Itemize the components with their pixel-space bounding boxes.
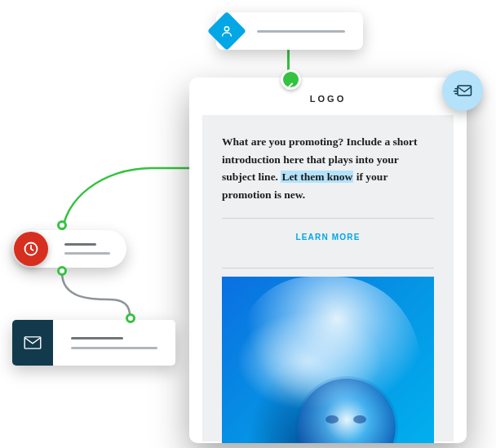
- placeholder-lines: [71, 337, 157, 349]
- wire-grey: [60, 271, 134, 325]
- mail-card[interactable]: [12, 320, 175, 366]
- cta-row: LEARN MORE: [222, 219, 434, 253]
- node-dot: [57, 220, 67, 230]
- node-dot: [126, 313, 135, 323]
- send-icon: [453, 82, 472, 99]
- email-logo: LOGO: [189, 78, 467, 115]
- email-preview[interactable]: LOGO What are you promoting? Include a s…: [189, 78, 467, 443]
- placeholder-lines: [64, 243, 110, 255]
- divider: [222, 268, 434, 268]
- email-intro: What are you promoting? Include a short …: [222, 133, 434, 203]
- svg-point-0: [224, 27, 228, 31]
- svg-rect-3: [24, 337, 41, 348]
- user-icon: [207, 11, 246, 51]
- learn-more-link[interactable]: LEARN MORE: [295, 233, 360, 242]
- mail-icon: [12, 320, 53, 366]
- email-body: What are you promoting? Include a short …: [202, 115, 454, 441]
- hero-image: [222, 277, 434, 443]
- clock-icon: [14, 232, 48, 266]
- timer-pill[interactable]: [12, 230, 126, 268]
- connector-top: [287, 50, 290, 86]
- audience-pill[interactable]: [216, 12, 363, 50]
- wire-green: [78, 166, 205, 237]
- placeholder-line: [257, 30, 345, 33]
- check-icon: [285, 81, 294, 90]
- svg-rect-1: [458, 86, 472, 95]
- node-dot: [57, 266, 67, 276]
- send-badge[interactable]: [442, 70, 483, 111]
- intro-highlight: Let them know: [281, 171, 353, 183]
